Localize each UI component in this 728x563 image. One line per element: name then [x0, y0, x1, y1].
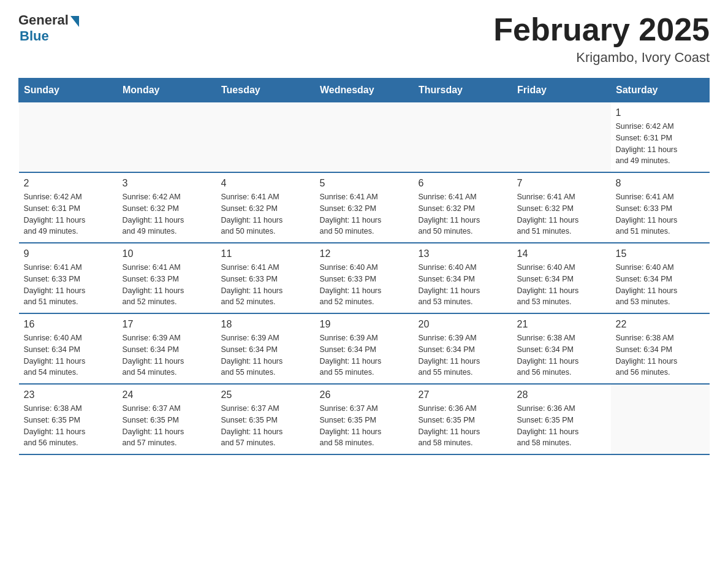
day-number: 24: [123, 389, 211, 400]
calendar-week-row: 16Sunrise: 6:40 AM Sunset: 6:34 PM Dayli…: [19, 313, 710, 384]
day-number: 6: [419, 178, 507, 189]
day-info: Sunrise: 6:41 AM Sunset: 6:32 PM Dayligh…: [320, 191, 409, 237]
day-info: Sunrise: 6:40 AM Sunset: 6:34 PM Dayligh…: [419, 262, 507, 308]
day-info: Sunrise: 6:38 AM Sunset: 6:34 PM Dayligh…: [517, 332, 606, 378]
logo: General Blue: [18, 12, 79, 44]
day-number: 1: [616, 107, 705, 118]
calendar-day-cell: 4Sunrise: 6:41 AM Sunset: 6:32 PM Daylig…: [216, 172, 315, 243]
calendar-day-cell: [216, 102, 315, 173]
day-info: Sunrise: 6:37 AM Sunset: 6:35 PM Dayligh…: [221, 403, 310, 449]
day-info: Sunrise: 6:37 AM Sunset: 6:35 PM Dayligh…: [320, 403, 409, 449]
day-info: Sunrise: 6:36 AM Sunset: 6:35 PM Dayligh…: [517, 403, 606, 449]
calendar-day-header: Wednesday: [315, 79, 414, 102]
day-info: Sunrise: 6:42 AM Sunset: 6:32 PM Dayligh…: [123, 191, 211, 237]
day-info: Sunrise: 6:41 AM Sunset: 6:32 PM Dayligh…: [517, 191, 606, 237]
logo-general-text: General: [18, 12, 69, 28]
calendar-day-cell: 9Sunrise: 6:41 AM Sunset: 6:33 PM Daylig…: [19, 243, 118, 313]
calendar-day-cell: 14Sunrise: 6:40 AM Sunset: 6:34 PM Dayli…: [512, 243, 611, 313]
day-number: 16: [24, 319, 113, 330]
day-info: Sunrise: 6:39 AM Sunset: 6:34 PM Dayligh…: [320, 332, 409, 378]
day-info: Sunrise: 6:38 AM Sunset: 6:34 PM Dayligh…: [616, 332, 705, 378]
day-info: Sunrise: 6:41 AM Sunset: 6:33 PM Dayligh…: [221, 262, 310, 308]
day-info: Sunrise: 6:42 AM Sunset: 6:31 PM Dayligh…: [24, 191, 113, 237]
day-info: Sunrise: 6:36 AM Sunset: 6:35 PM Dayligh…: [419, 403, 507, 449]
day-number: 28: [517, 389, 606, 400]
day-number: 17: [123, 319, 211, 330]
day-number: 5: [320, 178, 409, 189]
day-number: 8: [616, 178, 705, 189]
day-number: 21: [517, 319, 606, 330]
day-info: Sunrise: 6:38 AM Sunset: 6:35 PM Dayligh…: [24, 403, 113, 449]
calendar-day-header: Sunday: [19, 79, 118, 102]
day-number: 20: [419, 319, 507, 330]
day-info: Sunrise: 6:40 AM Sunset: 6:33 PM Dayligh…: [320, 262, 409, 308]
calendar-day-header: Friday: [512, 79, 611, 102]
calendar-day-cell: [315, 102, 414, 173]
day-info: Sunrise: 6:41 AM Sunset: 6:33 PM Dayligh…: [123, 262, 211, 308]
calendar-day-cell: 20Sunrise: 6:39 AM Sunset: 6:34 PM Dayli…: [414, 313, 512, 384]
day-number: 11: [221, 248, 310, 259]
calendar-week-row: 2Sunrise: 6:42 AM Sunset: 6:31 PM Daylig…: [19, 172, 710, 243]
day-number: 23: [24, 389, 113, 400]
calendar-day-cell: 3Sunrise: 6:42 AM Sunset: 6:32 PM Daylig…: [118, 172, 216, 243]
calendar-table: SundayMondayTuesdayWednesdayThursdayFrid…: [18, 78, 710, 455]
calendar-day-cell: 11Sunrise: 6:41 AM Sunset: 6:33 PM Dayli…: [216, 243, 315, 313]
calendar-day-header: Thursday: [414, 79, 512, 102]
day-number: 4: [221, 178, 310, 189]
calendar-day-cell: [611, 384, 710, 454]
calendar-day-cell: 7Sunrise: 6:41 AM Sunset: 6:32 PM Daylig…: [512, 172, 611, 243]
day-number: 26: [320, 389, 409, 400]
day-info: Sunrise: 6:40 AM Sunset: 6:34 PM Dayligh…: [24, 332, 113, 378]
day-info: Sunrise: 6:40 AM Sunset: 6:34 PM Dayligh…: [517, 262, 606, 308]
calendar-day-cell: [414, 102, 512, 173]
month-title: February 2025: [493, 12, 710, 47]
day-number: 2: [24, 178, 113, 189]
calendar-header-row: SundayMondayTuesdayWednesdayThursdayFrid…: [19, 79, 710, 102]
day-info: Sunrise: 6:41 AM Sunset: 6:33 PM Dayligh…: [24, 262, 113, 308]
calendar-day-header: Saturday: [611, 79, 710, 102]
calendar-day-cell: 15Sunrise: 6:40 AM Sunset: 6:34 PM Dayli…: [611, 243, 710, 313]
calendar-day-header: Monday: [118, 79, 216, 102]
calendar-day-cell: 18Sunrise: 6:39 AM Sunset: 6:34 PM Dayli…: [216, 313, 315, 384]
day-info: Sunrise: 6:37 AM Sunset: 6:35 PM Dayligh…: [123, 403, 211, 449]
calendar-day-cell: 13Sunrise: 6:40 AM Sunset: 6:34 PM Dayli…: [414, 243, 512, 313]
calendar-day-cell: 27Sunrise: 6:36 AM Sunset: 6:35 PM Dayli…: [414, 384, 512, 454]
day-number: 15: [616, 248, 705, 259]
calendar-day-cell: 28Sunrise: 6:36 AM Sunset: 6:35 PM Dayli…: [512, 384, 611, 454]
calendar-day-cell: 6Sunrise: 6:41 AM Sunset: 6:32 PM Daylig…: [414, 172, 512, 243]
calendar-day-cell: 10Sunrise: 6:41 AM Sunset: 6:33 PM Dayli…: [118, 243, 216, 313]
day-number: 9: [24, 248, 113, 259]
day-number: 18: [221, 319, 310, 330]
day-info: Sunrise: 6:41 AM Sunset: 6:32 PM Dayligh…: [221, 191, 310, 237]
calendar-week-row: 1Sunrise: 6:42 AM Sunset: 6:31 PM Daylig…: [19, 102, 710, 173]
calendar-day-cell: [118, 102, 216, 173]
calendar-day-cell: 26Sunrise: 6:37 AM Sunset: 6:35 PM Dayli…: [315, 384, 414, 454]
day-info: Sunrise: 6:39 AM Sunset: 6:34 PM Dayligh…: [123, 332, 211, 378]
day-number: 19: [320, 319, 409, 330]
day-number: 7: [517, 178, 606, 189]
day-number: 14: [517, 248, 606, 259]
logo-blue-text: Blue: [20, 28, 49, 44]
location-title: Krigambo, Ivory Coast: [493, 50, 710, 66]
calendar-day-cell: 25Sunrise: 6:37 AM Sunset: 6:35 PM Dayli…: [216, 384, 315, 454]
calendar-day-cell: 23Sunrise: 6:38 AM Sunset: 6:35 PM Dayli…: [19, 384, 118, 454]
calendar-day-cell: 12Sunrise: 6:40 AM Sunset: 6:33 PM Dayli…: [315, 243, 414, 313]
calendar-week-row: 23Sunrise: 6:38 AM Sunset: 6:35 PM Dayli…: [19, 384, 710, 454]
day-number: 10: [123, 248, 211, 259]
calendar-day-cell: [19, 102, 118, 173]
calendar-day-header: Tuesday: [216, 79, 315, 102]
day-info: Sunrise: 6:41 AM Sunset: 6:32 PM Dayligh…: [419, 191, 507, 237]
day-number: 27: [419, 389, 507, 400]
calendar-day-cell: 17Sunrise: 6:39 AM Sunset: 6:34 PM Dayli…: [118, 313, 216, 384]
day-info: Sunrise: 6:39 AM Sunset: 6:34 PM Dayligh…: [419, 332, 507, 378]
day-info: Sunrise: 6:40 AM Sunset: 6:34 PM Dayligh…: [616, 262, 705, 308]
calendar-day-cell: 24Sunrise: 6:37 AM Sunset: 6:35 PM Dayli…: [118, 384, 216, 454]
day-info: Sunrise: 6:39 AM Sunset: 6:34 PM Dayligh…: [221, 332, 310, 378]
calendar-day-cell: 19Sunrise: 6:39 AM Sunset: 6:34 PM Dayli…: [315, 313, 414, 384]
calendar-day-cell: 2Sunrise: 6:42 AM Sunset: 6:31 PM Daylig…: [19, 172, 118, 243]
logo-arrow-icon: [70, 16, 79, 27]
day-number: 13: [419, 248, 507, 259]
calendar-day-cell: 8Sunrise: 6:41 AM Sunset: 6:33 PM Daylig…: [611, 172, 710, 243]
day-number: 12: [320, 248, 409, 259]
day-info: Sunrise: 6:41 AM Sunset: 6:33 PM Dayligh…: [616, 191, 705, 237]
